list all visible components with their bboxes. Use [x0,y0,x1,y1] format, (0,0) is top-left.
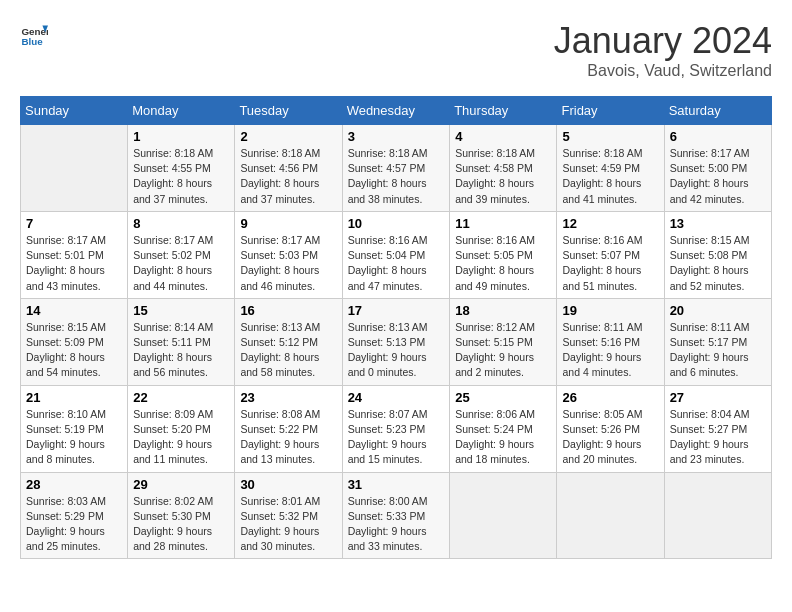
day-info: Sunrise: 8:18 AM Sunset: 4:55 PM Dayligh… [133,146,229,207]
day-number: 15 [133,303,229,318]
day-info: Sunrise: 8:17 AM Sunset: 5:01 PM Dayligh… [26,233,122,294]
day-info: Sunrise: 8:18 AM Sunset: 4:58 PM Dayligh… [455,146,551,207]
day-info: Sunrise: 8:15 AM Sunset: 5:09 PM Dayligh… [26,320,122,381]
logo: General Blue [20,20,48,48]
calendar-table: SundayMondayTuesdayWednesdayThursdayFrid… [20,96,772,559]
day-number: 29 [133,477,229,492]
day-number: 11 [455,216,551,231]
calendar-cell: 17Sunrise: 8:13 AM Sunset: 5:13 PM Dayli… [342,298,450,385]
day-info: Sunrise: 8:17 AM Sunset: 5:02 PM Dayligh… [133,233,229,294]
day-number: 26 [562,390,658,405]
day-number: 6 [670,129,766,144]
day-info: Sunrise: 8:17 AM Sunset: 5:00 PM Dayligh… [670,146,766,207]
day-number: 5 [562,129,658,144]
calendar-cell: 13Sunrise: 8:15 AM Sunset: 5:08 PM Dayli… [664,211,771,298]
day-info: Sunrise: 8:18 AM Sunset: 4:57 PM Dayligh… [348,146,445,207]
calendar-cell [557,472,664,559]
weekday-header-tuesday: Tuesday [235,97,342,125]
day-number: 22 [133,390,229,405]
day-info: Sunrise: 8:00 AM Sunset: 5:33 PM Dayligh… [348,494,445,555]
calendar-cell: 25Sunrise: 8:06 AM Sunset: 5:24 PM Dayli… [450,385,557,472]
calendar-cell: 16Sunrise: 8:13 AM Sunset: 5:12 PM Dayli… [235,298,342,385]
day-number: 3 [348,129,445,144]
day-info: Sunrise: 8:01 AM Sunset: 5:32 PM Dayligh… [240,494,336,555]
day-info: Sunrise: 8:12 AM Sunset: 5:15 PM Dayligh… [455,320,551,381]
calendar-cell: 11Sunrise: 8:16 AM Sunset: 5:05 PM Dayli… [450,211,557,298]
day-number: 13 [670,216,766,231]
calendar-cell: 4Sunrise: 8:18 AM Sunset: 4:58 PM Daylig… [450,125,557,212]
calendar-cell: 5Sunrise: 8:18 AM Sunset: 4:59 PM Daylig… [557,125,664,212]
title-area: January 2024 Bavois, Vaud, Switzerland [554,20,772,80]
day-number: 19 [562,303,658,318]
calendar-cell: 19Sunrise: 8:11 AM Sunset: 5:16 PM Dayli… [557,298,664,385]
day-number: 7 [26,216,122,231]
day-info: Sunrise: 8:16 AM Sunset: 5:04 PM Dayligh… [348,233,445,294]
day-info: Sunrise: 8:18 AM Sunset: 4:59 PM Dayligh… [562,146,658,207]
day-info: Sunrise: 8:14 AM Sunset: 5:11 PM Dayligh… [133,320,229,381]
day-number: 8 [133,216,229,231]
svg-text:Blue: Blue [21,36,43,47]
calendar-cell: 18Sunrise: 8:12 AM Sunset: 5:15 PM Dayli… [450,298,557,385]
day-number: 9 [240,216,336,231]
day-number: 20 [670,303,766,318]
calendar-cell: 12Sunrise: 8:16 AM Sunset: 5:07 PM Dayli… [557,211,664,298]
calendar-cell: 20Sunrise: 8:11 AM Sunset: 5:17 PM Dayli… [664,298,771,385]
day-info: Sunrise: 8:16 AM Sunset: 5:05 PM Dayligh… [455,233,551,294]
day-info: Sunrise: 8:11 AM Sunset: 5:16 PM Dayligh… [562,320,658,381]
day-number: 17 [348,303,445,318]
calendar-cell: 2Sunrise: 8:18 AM Sunset: 4:56 PM Daylig… [235,125,342,212]
weekday-header-wednesday: Wednesday [342,97,450,125]
day-info: Sunrise: 8:15 AM Sunset: 5:08 PM Dayligh… [670,233,766,294]
calendar-cell: 28Sunrise: 8:03 AM Sunset: 5:29 PM Dayli… [21,472,128,559]
day-number: 25 [455,390,551,405]
day-number: 18 [455,303,551,318]
day-info: Sunrise: 8:04 AM Sunset: 5:27 PM Dayligh… [670,407,766,468]
page-header: General Blue January 2024 Bavois, Vaud, … [20,20,772,80]
weekday-header-row: SundayMondayTuesdayWednesdayThursdayFrid… [21,97,772,125]
calendar-cell: 27Sunrise: 8:04 AM Sunset: 5:27 PM Dayli… [664,385,771,472]
day-number: 21 [26,390,122,405]
calendar-week-1: 1Sunrise: 8:18 AM Sunset: 4:55 PM Daylig… [21,125,772,212]
calendar-cell: 31Sunrise: 8:00 AM Sunset: 5:33 PM Dayli… [342,472,450,559]
weekday-header-saturday: Saturday [664,97,771,125]
calendar-cell: 7Sunrise: 8:17 AM Sunset: 5:01 PM Daylig… [21,211,128,298]
calendar-week-5: 28Sunrise: 8:03 AM Sunset: 5:29 PM Dayli… [21,472,772,559]
day-info: Sunrise: 8:02 AM Sunset: 5:30 PM Dayligh… [133,494,229,555]
calendar-cell: 23Sunrise: 8:08 AM Sunset: 5:22 PM Dayli… [235,385,342,472]
calendar-cell [664,472,771,559]
calendar-cell: 29Sunrise: 8:02 AM Sunset: 5:30 PM Dayli… [128,472,235,559]
calendar-week-2: 7Sunrise: 8:17 AM Sunset: 5:01 PM Daylig… [21,211,772,298]
calendar-cell: 26Sunrise: 8:05 AM Sunset: 5:26 PM Dayli… [557,385,664,472]
calendar-cell: 9Sunrise: 8:17 AM Sunset: 5:03 PM Daylig… [235,211,342,298]
day-number: 24 [348,390,445,405]
day-number: 23 [240,390,336,405]
day-info: Sunrise: 8:11 AM Sunset: 5:17 PM Dayligh… [670,320,766,381]
day-number: 27 [670,390,766,405]
calendar-cell: 15Sunrise: 8:14 AM Sunset: 5:11 PM Dayli… [128,298,235,385]
calendar-week-4: 21Sunrise: 8:10 AM Sunset: 5:19 PM Dayli… [21,385,772,472]
day-info: Sunrise: 8:06 AM Sunset: 5:24 PM Dayligh… [455,407,551,468]
weekday-header-friday: Friday [557,97,664,125]
day-number: 14 [26,303,122,318]
calendar-week-3: 14Sunrise: 8:15 AM Sunset: 5:09 PM Dayli… [21,298,772,385]
calendar-subtitle: Bavois, Vaud, Switzerland [554,62,772,80]
day-number: 4 [455,129,551,144]
day-info: Sunrise: 8:10 AM Sunset: 5:19 PM Dayligh… [26,407,122,468]
calendar-cell: 24Sunrise: 8:07 AM Sunset: 5:23 PM Dayli… [342,385,450,472]
calendar-title: January 2024 [554,20,772,62]
day-info: Sunrise: 8:09 AM Sunset: 5:20 PM Dayligh… [133,407,229,468]
day-number: 1 [133,129,229,144]
day-info: Sunrise: 8:17 AM Sunset: 5:03 PM Dayligh… [240,233,336,294]
day-number: 2 [240,129,336,144]
logo-icon: General Blue [20,20,48,48]
day-number: 30 [240,477,336,492]
day-info: Sunrise: 8:05 AM Sunset: 5:26 PM Dayligh… [562,407,658,468]
day-info: Sunrise: 8:16 AM Sunset: 5:07 PM Dayligh… [562,233,658,294]
calendar-cell: 30Sunrise: 8:01 AM Sunset: 5:32 PM Dayli… [235,472,342,559]
day-info: Sunrise: 8:13 AM Sunset: 5:12 PM Dayligh… [240,320,336,381]
calendar-cell: 14Sunrise: 8:15 AM Sunset: 5:09 PM Dayli… [21,298,128,385]
day-number: 16 [240,303,336,318]
day-number: 12 [562,216,658,231]
day-number: 31 [348,477,445,492]
calendar-cell: 8Sunrise: 8:17 AM Sunset: 5:02 PM Daylig… [128,211,235,298]
